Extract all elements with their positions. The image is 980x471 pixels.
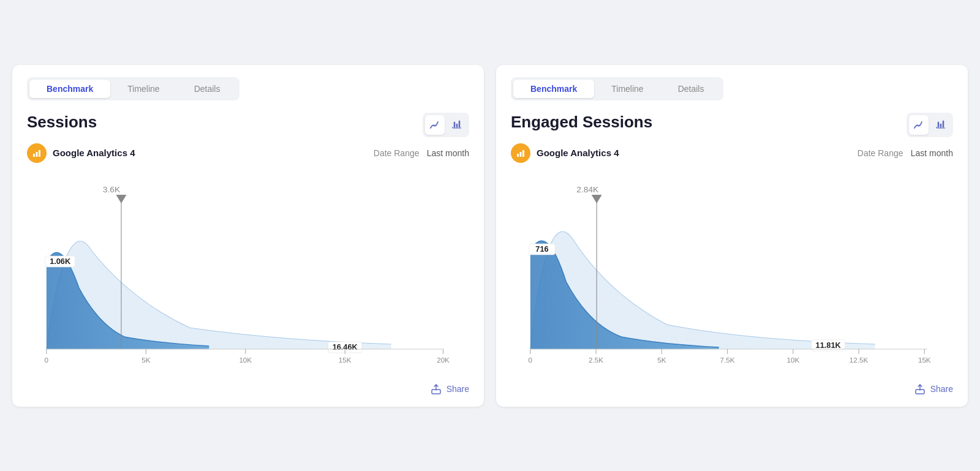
sessions-chart-container: 3.6K 1.06K 16.46K 0 5K 10K 15K <box>27 178 469 374</box>
tab-benchmark-2[interactable]: Benchmark <box>513 80 594 98</box>
sessions-date-range-label: Date Range <box>374 148 424 158</box>
x-label-20k-1: 20K <box>437 356 450 364</box>
chart-bar-icon-btn-2[interactable] <box>931 115 951 135</box>
svg-rect-21 <box>517 154 519 157</box>
share-label-2: Share <box>930 384 953 394</box>
sessions-source-name: Google Analytics 4 <box>53 148 135 158</box>
tab-details-1[interactable]: Details <box>177 80 238 98</box>
engaged-sessions-source-left: Google Analytics 4 <box>511 143 619 163</box>
tab-benchmark-1[interactable]: Benchmark <box>29 80 110 98</box>
engaged-sessions-source-name: Google Analytics 4 <box>537 148 619 158</box>
engaged-sessions-panel: Benchmark Timeline Details Engaged Sessi… <box>496 65 968 407</box>
engaged-sessions-chart-container: 2.84K 716 11.81K 0 2.5K 5K 7.5K <box>511 178 953 374</box>
sessions-metric-header: Sessions <box>27 113 469 137</box>
share-icon-2 <box>914 383 925 394</box>
engaged-sessions-share-row[interactable]: Share <box>511 383 953 394</box>
x-label-15k-2: 15K <box>918 356 931 364</box>
x-label-0-2: 0 <box>529 356 532 364</box>
svg-rect-7 <box>36 152 38 157</box>
sessions-share-row[interactable]: Share <box>27 383 469 394</box>
sessions-tabs: Benchmark Timeline Details <box>27 77 239 100</box>
sessions-date-range-value: Last month <box>427 148 469 158</box>
x-label-12.5k-2: 12.5K <box>850 356 869 364</box>
engaged-sessions-metric-header: Engaged Sessions <box>511 113 953 137</box>
x-label-5k-2: 5K <box>657 356 666 364</box>
engaged-sessions-date-range: Date Range Last month <box>858 148 953 159</box>
tab-details-2[interactable]: Details <box>661 80 722 98</box>
chart-bar-icon-2 <box>935 119 946 130</box>
svg-rect-23 <box>522 150 524 157</box>
x-label-15k-1: 15K <box>339 356 352 364</box>
analytics-icon-2 <box>516 148 526 158</box>
share-label-1: Share <box>447 384 469 394</box>
chart-line-icon-2 <box>913 119 924 130</box>
x-label-7.5k-2: 7.5K <box>720 356 735 364</box>
engaged-sessions-chart: 2.84K 716 11.81K 0 2.5K 5K 7.5K <box>511 178 953 374</box>
chart-line-icon-btn-1[interactable] <box>425 115 445 135</box>
sessions-title: Sessions <box>27 113 97 132</box>
end-value-label-2: 11.81K <box>816 341 841 350</box>
x-label-5k-1: 5K <box>141 356 151 364</box>
engaged-sessions-source-row: Google Analytics 4 Date Range Last month <box>511 143 953 163</box>
benchmark-label-1: 3.6K <box>103 185 120 194</box>
x-label-10k-1: 10K <box>239 356 252 364</box>
engaged-sessions-tabs: Benchmark Timeline Details <box>511 77 723 100</box>
chart-bar-icon-btn-1[interactable] <box>447 115 467 135</box>
chart-bar-icon-1 <box>451 119 462 130</box>
chart-line-icon-1 <box>429 119 440 130</box>
panels-container: Benchmark Timeline Details Sessions <box>12 65 968 407</box>
benchmark-marker-2 <box>592 195 602 203</box>
sessions-date-range: Date Range Last month <box>374 148 469 159</box>
analytics-icon-1 <box>32 148 42 158</box>
sessions-chart: 3.6K 1.06K 16.46K 0 5K 10K 15K <box>27 178 469 374</box>
engaged-sessions-date-range-value: Last month <box>911 148 953 158</box>
x-label-2.5k-2: 2.5K <box>589 356 603 364</box>
x-label-10k-2: 10K <box>786 356 799 364</box>
your-value-label-1: 1.06K <box>50 257 70 266</box>
sessions-icon-buttons <box>423 113 469 137</box>
your-value-label-2: 716 <box>535 245 548 254</box>
engaged-sessions-icon-buttons <box>907 113 953 137</box>
svg-point-15 <box>917 124 919 127</box>
svg-rect-6 <box>33 154 35 157</box>
svg-point-0 <box>433 124 435 127</box>
engaged-sessions-date-range-label: Date Range <box>858 148 908 158</box>
sessions-source-row: Google Analytics 4 Date Range Last month <box>27 143 469 163</box>
chart-line-icon-btn-2[interactable] <box>909 115 929 135</box>
x-label-0-1: 0 <box>45 356 48 364</box>
tab-timeline-2[interactable]: Timeline <box>594 80 660 98</box>
engaged-sessions-source-icon <box>511 143 530 163</box>
engaged-sessions-title: Engaged Sessions <box>511 113 652 132</box>
svg-rect-8 <box>39 150 40 157</box>
sessions-source-left: Google Analytics 4 <box>27 143 135 163</box>
tab-timeline-1[interactable]: Timeline <box>110 80 176 98</box>
share-icon-1 <box>431 383 442 394</box>
benchmark-label-2: 2.84K <box>576 185 598 194</box>
sessions-panel: Benchmark Timeline Details Sessions <box>12 65 484 407</box>
benchmark-marker-1 <box>116 195 126 203</box>
svg-rect-22 <box>520 152 522 157</box>
sessions-source-icon <box>27 143 47 163</box>
